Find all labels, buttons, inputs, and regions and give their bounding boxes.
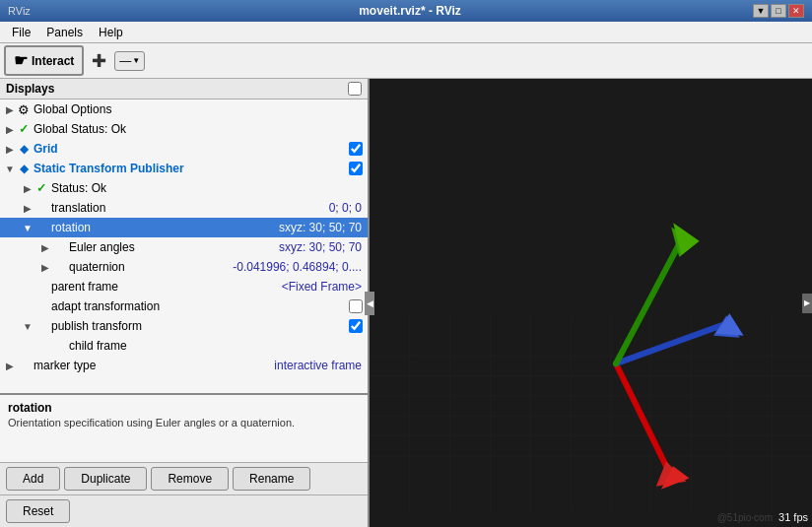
displays-header: Displays	[0, 79, 368, 99]
item-checkbox-cell	[346, 319, 366, 333]
spacer-icon	[34, 298, 49, 314]
item-label: Global Status: Ok	[34, 122, 366, 136]
menu-help[interactable]: Help	[91, 24, 131, 41]
expand-arrow-icon[interactable]: ▼	[22, 223, 34, 233]
adapt-transform-checkbox[interactable]	[349, 299, 363, 313]
svg-rect-0	[370, 95, 812, 511]
tree-row[interactable]: ▶ ◆ Grid	[0, 139, 368, 159]
minimize-button[interactable]: ▼	[753, 4, 769, 18]
interact-label: Interact	[32, 54, 74, 68]
expand-arrow-icon[interactable]: ▶	[4, 104, 16, 115]
tree-row-selected[interactable]: ▼ rotation sxyz: 30; 50; 70	[0, 218, 368, 237]
add-display-button[interactable]: ✚	[88, 46, 110, 76]
dropdown-arrow-icon: ▼	[132, 56, 140, 65]
publish-transform-checkbox[interactable]	[349, 319, 363, 333]
close-button[interactable]: ✕	[788, 4, 804, 18]
tree-row[interactable]: adapt transformation	[0, 296, 368, 316]
reset-button[interactable]: Reset	[6, 499, 70, 523]
tree-row[interactable]: ▶ translation 0; 0; 0	[0, 198, 368, 218]
item-label: Status: Ok	[51, 181, 366, 195]
spacer-icon	[51, 239, 67, 255]
spacer-icon	[34, 279, 49, 295]
tree-row[interactable]: ▶ Euler angles sxyz: 30; 50; 70	[0, 237, 368, 257]
diamond-blue-icon: ◆	[16, 141, 32, 157]
item-label: rotation	[51, 221, 279, 234]
spacer-icon	[34, 200, 49, 216]
tree-row[interactable]: ▼ ◆ Static Transform Publisher	[0, 159, 368, 178]
expand-arrow-icon[interactable]: ▶	[22, 203, 34, 214]
item-value: -0.041996; 0.46894; 0....	[233, 260, 366, 274]
item-label: Grid	[34, 142, 346, 156]
item-value: 0; 0; 0	[329, 201, 366, 215]
item-label: Euler angles	[69, 240, 279, 254]
reset-row: Reset	[0, 494, 368, 527]
window-controls[interactable]: ▼ □ ✕	[753, 4, 804, 18]
menu-file[interactable]: File	[4, 24, 38, 41]
expand-arrow-icon[interactable]: ▶	[39, 242, 51, 253]
gear-icon: ⚙	[16, 101, 32, 117]
cursor-icon: ☛	[14, 51, 28, 70]
item-value: sxyz: 30; 50; 70	[279, 221, 366, 234]
collapse-right-arrow[interactable]: ▶	[802, 294, 812, 313]
check-green-icon: ✓	[16, 121, 32, 137]
spacer-icon	[16, 358, 32, 373]
expand-arrow-icon[interactable]: ▶	[4, 361, 16, 371]
fps-display: 31 fps	[778, 511, 808, 523]
expand-arrow-icon[interactable]: ▶	[4, 144, 16, 155]
remove-display-button[interactable]: — ▼	[114, 51, 145, 71]
expand-arrow-icon[interactable]: ▼	[22, 321, 34, 332]
remove-button[interactable]: Remove	[151, 467, 229, 491]
item-label: parent frame	[51, 280, 282, 294]
menu-bar: File Panels Help	[0, 22, 812, 43]
app-icon-area: RViz	[8, 5, 67, 17]
collapse-left-arrow[interactable]: ◀	[365, 292, 374, 315]
expand-arrow-icon[interactable]: ▶	[39, 262, 51, 273]
spacer-icon	[51, 259, 67, 275]
displays-enable-checkbox[interactable]	[348, 82, 362, 96]
tree-row[interactable]: parent frame <Fixed Frame>	[0, 277, 368, 296]
tree-row[interactable]: ▶ ✓ Global Status: Ok	[0, 119, 368, 139]
stp-enable-checkbox[interactable]	[349, 162, 363, 175]
expand-arrow-icon[interactable]: ▼	[4, 164, 16, 174]
expand-arrow-icon[interactable]: ▶	[22, 183, 34, 194]
rename-button[interactable]: Rename	[233, 467, 310, 491]
item-label: translation	[51, 201, 329, 215]
diamond-blue-icon: ◆	[16, 161, 32, 176]
spacer-icon	[34, 318, 49, 334]
menu-panels[interactable]: Panels	[38, 24, 91, 41]
minus-icon: —	[119, 54, 131, 68]
item-checkbox-cell	[346, 162, 366, 175]
duplicate-button[interactable]: Duplicate	[64, 467, 147, 491]
displays-title: Displays	[6, 82, 54, 96]
watermark: @51pio·com	[717, 512, 773, 523]
item-checkbox-cell	[346, 142, 366, 156]
info-description: Orientation specification using Euler an…	[8, 417, 360, 428]
tree-row[interactable]: ▶ ✓ Status: Ok	[0, 178, 368, 198]
item-label: publish transform	[51, 319, 346, 333]
tree-row[interactable]: ▶ quaternion -0.041996; 0.46894; 0....	[0, 257, 368, 277]
tree-row[interactable]: ▶ marker type interactive frame	[0, 356, 368, 375]
item-label: Global Options	[34, 102, 366, 116]
tree-container[interactable]: ▶ ⚙ Global Options ▶ ✓ Global Status: Ok…	[0, 99, 368, 393]
item-checkbox-cell	[346, 299, 366, 313]
item-value: interactive frame	[274, 359, 366, 372]
item-label: Static Transform Publisher	[34, 162, 346, 175]
item-label: quaternion	[69, 260, 233, 274]
expand-arrow-icon[interactable]: ▶	[4, 124, 16, 135]
viewport-svg	[370, 79, 812, 527]
spacer-icon	[51, 338, 67, 354]
tree-row[interactable]: child frame	[0, 336, 368, 356]
item-value: sxyz: 30; 50; 70	[279, 240, 366, 254]
maximize-button[interactable]: □	[771, 4, 786, 18]
viewport[interactable]: ▶ 31 fps @51pio·com	[370, 79, 812, 527]
window-title: moveit.rviz* - RViz	[67, 4, 753, 18]
grid-enable-checkbox[interactable]	[349, 142, 363, 156]
title-bar: RViz moveit.rviz* - RViz ▼ □ ✕	[0, 0, 812, 22]
item-label: adapt transformation	[51, 299, 346, 313]
add-button[interactable]: Add	[6, 467, 60, 491]
tree-row[interactable]: ▶ ⚙ Global Options	[0, 99, 368, 119]
tree-row[interactable]: ▼ publish transform	[0, 316, 368, 336]
interact-button[interactable]: ☛ Interact	[4, 45, 84, 76]
main-layout: Displays ▶ ⚙ Global Options ▶ ✓ Global S…	[0, 79, 812, 527]
item-label: marker type	[34, 359, 274, 372]
